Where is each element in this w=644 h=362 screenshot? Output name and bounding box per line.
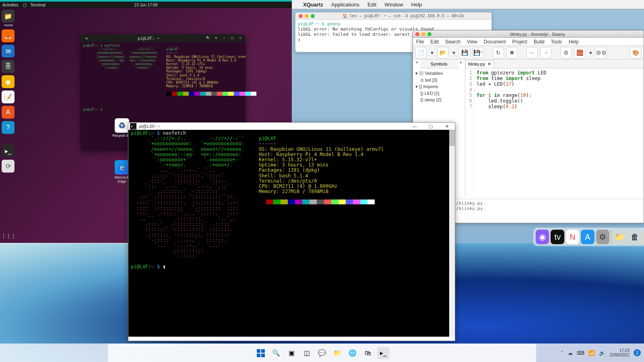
terminal-icon[interactable]: ▸_ <box>2 144 14 157</box>
wifi-icon[interactable]: 📶 <box>588 350 595 356</box>
terminal-taskbar-icon[interactable]: ▸_ <box>377 347 389 359</box>
color-picker-icon[interactable]: 🎨 <box>630 47 641 58</box>
traffic-lights[interactable] <box>295 14 315 18</box>
finder-icon[interactable]: 📁 <box>613 230 626 244</box>
close-icon[interactable]: ✕ <box>237 34 244 42</box>
build-icon[interactable]: 🧱 <box>574 47 585 58</box>
file-tab-blinky[interactable]: blinky.py✕ <box>465 60 494 68</box>
close-tab-icon[interactable]: ✕ <box>487 62 491 67</box>
windows-terminal-window[interactable]: ▸_ pi@LXF: ~ — ▢ ✕ pi@LXF:~ $ neofetch `… <box>128 122 455 341</box>
activities-button[interactable]: Activities <box>0 3 21 7</box>
volume-icon[interactable]: 🔊 <box>599 350 605 356</box>
new-file-icon[interactable]: 📄 <box>415 47 427 58</box>
reload-icon[interactable]: ↻ <box>493 47 504 58</box>
explorer-icon[interactable]: 📁 <box>331 347 343 359</box>
writer-icon[interactable]: 📝 <box>2 90 14 103</box>
help-icon[interactable]: ? <box>2 121 14 134</box>
taskbar-clock[interactable]: 17:23 22/06/2022 <box>609 348 630 357</box>
ubuntu-terminal-body[interactable]: pi@LXF:~ $ neofetch `.::///+:/-. --///+/… <box>80 42 246 113</box>
close-traffic-icon[interactable] <box>299 14 303 18</box>
run-icon[interactable]: ⚙⚙ <box>596 47 607 58</box>
menu-edit[interactable]: Edit <box>427 39 442 45</box>
close-traffic-icon[interactable] <box>415 32 419 36</box>
minimize-icon[interactable]: — <box>221 34 228 42</box>
mac-dock[interactable]: ◉ tv N A ⚙ 📁 🗑 <box>533 228 644 246</box>
chevron-down-icon[interactable]: ▾ <box>429 47 435 58</box>
store-icon[interactable]: 🛍 <box>362 347 374 359</box>
show-apps-icon[interactable]: ⋮⋮⋮ <box>3 231 14 241</box>
start-icon[interactable] <box>255 347 267 359</box>
windows-terminal-titlebar[interactable]: ▸_ pi@LXF: ~ — ▢ ✕ <box>128 123 455 130</box>
menu-icon[interactable]: ≡ <box>213 34 220 42</box>
rhythmbox-icon[interactable]: ◉ <box>2 75 14 88</box>
scrollbar[interactable] <box>449 130 455 337</box>
menu-help[interactable]: Help <box>566 39 582 45</box>
search-icon[interactable]: 🔍 <box>270 347 282 359</box>
firefox-icon[interactable]: 🦊 <box>2 29 14 42</box>
search-icon[interactable]: 🔍 <box>204 34 212 42</box>
file-tabs[interactable]: blinky.py✕ <box>465 60 644 68</box>
edge-taskbar-icon[interactable]: 🌐 <box>347 347 359 359</box>
appletv-icon[interactable]: tv <box>551 230 564 244</box>
menu-window[interactable]: Window <box>380 2 407 8</box>
menu-project[interactable]: Project <box>509 39 530 45</box>
menu-build[interactable]: Build <box>530 39 548 45</box>
minimize-icon[interactable]: — <box>407 123 423 130</box>
trash-icon[interactable]: 🗑 <box>628 230 642 244</box>
sidebar-next-icon[interactable]: ▸ <box>458 60 465 68</box>
compile-icon[interactable]: ⚙ <box>560 47 572 58</box>
settings-icon[interactable]: ⚙ <box>596 230 609 244</box>
new-tab-icon[interactable]: ⊞ <box>80 37 93 40</box>
nav-forward-icon[interactable]: → <box>540 47 551 58</box>
language-icon[interactable]: ⌨ <box>577 350 584 356</box>
geany-menubar[interactable]: File Edit Search View Document Project B… <box>413 38 644 46</box>
chevron-down-icon[interactable]: ▾ <box>451 47 456 58</box>
menu-edit[interactable]: Edit <box>363 2 380 8</box>
onedrive-icon[interactable]: ☁ <box>568 350 573 356</box>
code-area[interactable]: from gpiozero import LED from time impor… <box>474 68 549 196</box>
podcasts-icon[interactable]: ◉ <box>536 230 549 244</box>
mac-menubar[interactable]: XQuartz Applications Edit Window Help <box>292 0 644 9</box>
appstore-icon[interactable]: A <box>581 230 594 244</box>
open-file-icon[interactable]: 📂 <box>437 47 448 58</box>
home-folder-icon[interactable]: 📁 <box>2 10 14 23</box>
taskview-icon[interactable]: ▣ <box>285 347 297 359</box>
widgets-icon[interactable]: ◫ <box>301 347 313 359</box>
windows-taskbar[interactable]: 🔍 ▣ ◫ 💬 📁 🌐 🛍 ▸_ <box>108 343 536 362</box>
close-icon[interactable]: ✕ <box>439 123 455 130</box>
topbar-app-label[interactable]: ▢ Terminal <box>21 3 50 7</box>
thunderbird-icon[interactable]: ✉ <box>2 45 14 58</box>
system-tray[interactable]: ˄ ☁ ⌨ 📶 🔊 17:23 22/06/2022 2 <box>561 343 641 362</box>
settings-icon[interactable]: ⟳ <box>2 160 14 173</box>
menu-file[interactable]: File <box>413 39 427 45</box>
code-editor[interactable]: 1 2 3 4 5 6 7 from gpiozero import LED f… <box>465 68 644 196</box>
ubuntu-clock[interactable]: 23 Jun 17:09 <box>132 3 160 7</box>
software-icon[interactable]: A <box>2 106 14 119</box>
notifications-badge[interactable]: 2 <box>634 349 641 356</box>
zoom-traffic-icon[interactable] <box>427 32 431 36</box>
ubuntu-terminal-titlebar[interactable]: ⊞ pi@LXF: ~ 🔍 ≡ — □ ✕ <box>80 34 246 42</box>
news-icon[interactable]: N <box>566 230 579 244</box>
maximize-icon[interactable]: ▢ <box>423 123 439 130</box>
files-icon[interactable]: 🗄 <box>2 60 14 73</box>
nav-back-icon[interactable]: ← <box>526 47 538 58</box>
minimize-traffic-icon[interactable] <box>421 32 425 36</box>
windows-terminal-body[interactable]: pi@LXF:~ $ neofetch `.::///+:/-. --///+/… <box>128 130 455 337</box>
menu-document[interactable]: Document <box>481 39 509 45</box>
menu-app-name[interactable]: XQuartz <box>299 2 327 8</box>
save-all-icon[interactable]: 💾⁺ <box>473 47 484 58</box>
menu-view[interactable]: View <box>464 39 481 45</box>
geany-titlebar[interactable]: blinky.py - /home/pi - Geany <box>413 31 644 38</box>
symbol-tree[interactable]: ▾ ⓥ Variables ⊙ led [3] ▾ {} Imports {} … <box>413 68 465 105</box>
mac-terminal-titlebar[interactable]: 🏠 les — pi@LXF: ~ — ssh -X pi@192.168.0.… <box>295 12 491 20</box>
close-file-icon[interactable]: ✖ <box>506 47 518 58</box>
save-icon[interactable]: 💾 <box>459 47 470 58</box>
geany-toolbar[interactable]: 📄▾ 📂▾ 💾 💾⁺ ↻ ✖ ← → ⚙ 🧱▾ ⚙⚙ 🎨 <box>413 46 644 60</box>
geany-traffic-lights[interactable] <box>413 32 431 36</box>
menu-tools[interactable]: Tools <box>548 39 566 45</box>
zoom-traffic-icon[interactable] <box>311 14 315 18</box>
chat-icon[interactable]: 💬 <box>316 347 328 359</box>
chevron-down-icon[interactable]: ▾ <box>588 47 593 58</box>
maximize-icon[interactable]: □ <box>229 34 236 42</box>
menu-applications[interactable]: Applications <box>327 2 363 8</box>
